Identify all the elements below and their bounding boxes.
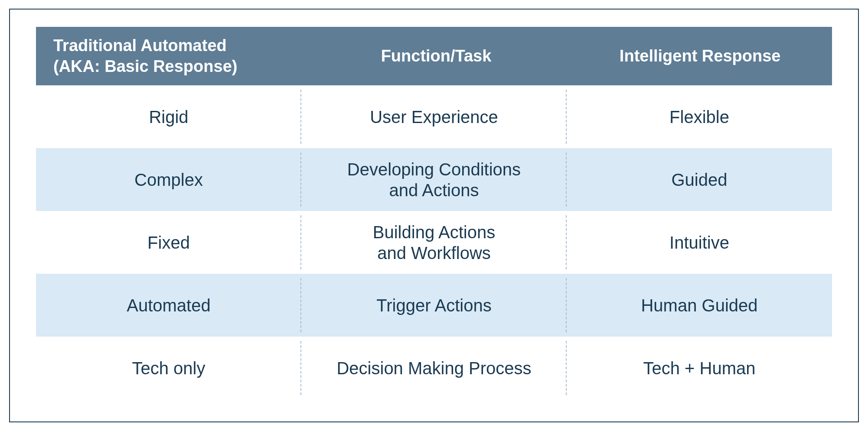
cell-function: Developing Conditions and Actions	[301, 148, 567, 211]
cell-text: Tech only	[132, 358, 206, 379]
cell-text: Decision Making Process	[336, 359, 531, 378]
cell-text: and Actions	[389, 181, 479, 200]
cell-traditional: Complex	[36, 148, 301, 211]
cell-intelligent: Intuitive	[567, 211, 832, 274]
table-row: Automated Trigger Actions Human Guided	[36, 274, 832, 337]
table-row: Tech only Decision Making Process Tech +…	[36, 337, 832, 399]
cell-text: Guided	[672, 169, 728, 190]
cell-function: User Experience	[301, 85, 567, 148]
header-text: Intelligent Response	[620, 46, 781, 67]
cell-text: Building Actions	[373, 223, 495, 242]
header-function: Function/Task	[304, 27, 568, 85]
cell-traditional: Automated	[36, 274, 301, 337]
cell-function: Decision Making Process	[301, 337, 567, 399]
cell-text: Human Guided	[641, 295, 757, 316]
cell-text: Developing Conditions	[347, 160, 521, 179]
header-traditional: Traditional Automated (AKA: Basic Respon…	[36, 27, 304, 85]
cell-intelligent: Human Guided	[567, 274, 832, 337]
cell-text: Fixed	[147, 232, 190, 253]
cell-text: Intuitive	[669, 232, 729, 253]
cell-text: Complex	[134, 169, 203, 190]
cell-text: Flexible	[669, 107, 729, 127]
cell-intelligent: Guided	[567, 148, 832, 211]
header-intelligent: Intelligent Response	[568, 27, 832, 85]
header-text: Function/Task	[381, 46, 492, 67]
table-row: Fixed Building Actions and Workflows Int…	[36, 211, 832, 274]
header-text: Traditional Automated	[53, 36, 227, 55]
table-header-row: Traditional Automated (AKA: Basic Respon…	[36, 27, 832, 85]
cell-text: Trigger Actions	[376, 296, 491, 315]
cell-intelligent: Flexible	[567, 85, 832, 148]
cell-traditional: Tech only	[36, 337, 301, 399]
cell-intelligent: Tech + Human	[567, 337, 832, 399]
comparison-table: Traditional Automated (AKA: Basic Respon…	[36, 27, 832, 399]
cell-function: Building Actions and Workflows	[301, 211, 567, 274]
cell-text: Automated	[127, 295, 210, 316]
cell-text: User Experience	[370, 107, 498, 126]
table-row: Rigid User Experience Flexible	[36, 85, 832, 148]
cell-text: and Workflows	[377, 243, 491, 262]
cell-text: Tech + Human	[643, 358, 755, 379]
cell-traditional: Rigid	[36, 85, 301, 148]
cell-traditional: Fixed	[36, 211, 301, 274]
table-row: Complex Developing Conditions and Action…	[36, 148, 832, 211]
cell-function: Trigger Actions	[301, 274, 567, 337]
comparison-table-container: Traditional Automated (AKA: Basic Respon…	[9, 9, 859, 422]
cell-text: Rigid	[149, 107, 188, 127]
header-text: (AKA: Basic Response)	[53, 57, 237, 75]
